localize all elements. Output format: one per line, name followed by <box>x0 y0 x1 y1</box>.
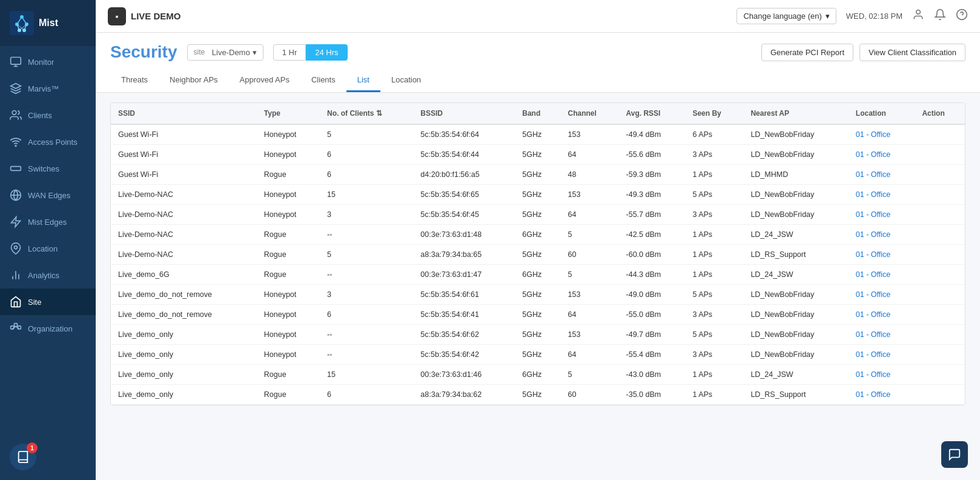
tab-list[interactable]: List <box>346 69 380 92</box>
site-value: Live-Demo <box>212 48 250 57</box>
bell-icon[interactable] <box>934 8 946 24</box>
cell-location[interactable]: 01 - Office <box>849 285 915 305</box>
cell-action <box>915 165 965 185</box>
sidebar-item-site[interactable]: Site <box>0 288 96 315</box>
sidebar-item-wan-edges[interactable]: WAN Edges <box>0 182 96 208</box>
location-link[interactable]: 01 - Office <box>856 130 890 139</box>
cell-seen-by: 1 APs <box>685 265 743 285</box>
location-link[interactable]: 01 - Office <box>856 230 890 239</box>
sidebar-item-location[interactable]: Location <box>0 235 96 262</box>
cell-location[interactable]: 01 - Office <box>849 345 915 365</box>
chat-icon <box>948 448 961 461</box>
cell-bssid: 00:3e:73:63:d1:47 <box>413 265 515 285</box>
cell-ssid: Live_demo_6G <box>111 265 257 285</box>
cell-band: 5GHz <box>515 345 560 365</box>
topbar-icons <box>912 8 968 24</box>
cell-location[interactable]: 01 - Office <box>849 225 915 245</box>
location-link[interactable]: 01 - Office <box>856 270 890 279</box>
cell-seen-by: 3 APs <box>685 345 743 365</box>
time-btn-1hr[interactable]: 1 Hr <box>273 44 306 61</box>
cell-channel: 153 <box>561 124 619 145</box>
col-bssid: BSSID <box>413 103 515 124</box>
cell-location[interactable]: 01 - Office <box>849 265 915 285</box>
cell-location[interactable]: 01 - Office <box>849 305 915 325</box>
cell-seen-by: 5 APs <box>685 285 743 305</box>
generate-pci-report-button[interactable]: Generate PCI Report <box>761 44 853 61</box>
cell-location[interactable]: 01 - Office <box>849 365 915 385</box>
cell-type: Honeypot <box>257 285 320 305</box>
cell-nearest-ap: LD_NewBobFriday <box>743 145 848 165</box>
location-icon <box>10 242 22 255</box>
time-btn-24hr[interactable]: 24 Hrs <box>306 44 347 61</box>
chat-button[interactable] <box>941 441 968 468</box>
page-title: Security <box>110 42 177 62</box>
cell-clients: 15 <box>320 365 413 385</box>
cell-channel: 153 <box>561 285 619 305</box>
cell-location[interactable]: 01 - Office <box>849 325 915 345</box>
help-book-button[interactable]: 1 <box>10 444 36 470</box>
cell-ssid: Live-Demo-NAC <box>111 205 257 225</box>
cell-channel: 64 <box>561 345 619 365</box>
col-action: Action <box>915 103 965 124</box>
cell-action <box>915 365 965 385</box>
cell-action <box>915 245 965 265</box>
sidebar-label-monitor: Monitor <box>28 58 54 67</box>
cell-nearest-ap: LD_NewBobFriday <box>743 205 848 225</box>
cell-band: 5GHz <box>515 145 560 165</box>
sidebar-item-marvis[interactable]: Marvis™ <box>0 75 96 102</box>
cell-action <box>915 225 965 245</box>
sidebar-item-organization[interactable]: Organization <box>0 315 96 342</box>
location-link[interactable]: 01 - Office <box>856 290 890 299</box>
site-label: site <box>194 48 205 56</box>
cell-location[interactable]: 01 - Office <box>849 245 915 265</box>
cell-type: Rogue <box>257 385 320 405</box>
cell-location[interactable]: 01 - Office <box>849 385 915 405</box>
threats-table-container: SSID Type No. of Clients ⇅ BSSID Band Ch… <box>110 102 965 405</box>
location-link[interactable]: 01 - Office <box>856 350 890 359</box>
location-link[interactable]: 01 - Office <box>856 170 890 179</box>
cell-type: Honeypot <box>257 124 320 145</box>
col-clients[interactable]: No. of Clients ⇅ <box>320 103 413 124</box>
location-link[interactable]: 01 - Office <box>856 190 890 199</box>
tab-approved-aps[interactable]: Approved APs <box>229 69 300 92</box>
cell-location[interactable]: 01 - Office <box>849 205 915 225</box>
location-link[interactable]: 01 - Office <box>856 310 890 319</box>
sidebar-item-switches[interactable]: Switches <box>0 155 96 182</box>
cell-location[interactable]: 01 - Office <box>849 145 915 165</box>
location-link[interactable]: 01 - Office <box>856 150 890 159</box>
tab-location[interactable]: Location <box>380 69 432 92</box>
sidebar-item-analytics[interactable]: Analytics <box>0 262 96 288</box>
sidebar-label-org: Organization <box>28 324 73 333</box>
cell-nearest-ap: LD_NewBobFriday <box>743 185 848 205</box>
cell-location[interactable]: 01 - Office <box>849 124 915 145</box>
cell-location[interactable]: 01 - Office <box>849 165 915 185</box>
cell-location[interactable]: 01 - Office <box>849 185 915 205</box>
site-filter-dropdown[interactable]: site Live-Demo ▾ <box>187 44 263 61</box>
location-link[interactable]: 01 - Office <box>856 390 890 399</box>
col-ssid: SSID <box>111 103 257 124</box>
sidebar-item-access-points[interactable]: Access Points <box>0 128 96 155</box>
cell-clients: 3 <box>320 205 413 225</box>
sidebar-item-clients[interactable]: Clients <box>0 102 96 128</box>
help-icon[interactable] <box>956 8 968 24</box>
cell-type: Honeypot <box>257 325 320 345</box>
location-link[interactable]: 01 - Office <box>856 330 890 339</box>
cell-clients: 5 <box>320 124 413 145</box>
tab-neighbor-aps[interactable]: Neighbor APs <box>159 69 229 92</box>
sidebar-item-mist-edges[interactable]: Mist Edges <box>0 208 96 235</box>
user-icon[interactable] <box>912 8 924 24</box>
language-selector[interactable]: Change language (en) ▾ <box>737 8 836 24</box>
sidebar-label-wan: WAN Edges <box>28 191 70 200</box>
view-client-classification-button[interactable]: View Client Classification <box>859 44 965 61</box>
sidebar-logo[interactable]: Mist <box>0 0 96 46</box>
tab-threats[interactable]: Threats <box>110 69 159 92</box>
location-link[interactable]: 01 - Office <box>856 370 890 379</box>
location-link[interactable]: 01 - Office <box>856 250 890 259</box>
cell-action <box>915 145 965 165</box>
tab-clients[interactable]: Clients <box>300 69 346 92</box>
cell-avg-rssi: -49.4 dBm <box>619 124 686 145</box>
cell-action <box>915 385 965 405</box>
sidebar-item-monitor[interactable]: Monitor <box>0 48 96 75</box>
cell-avg-rssi: -55.4 dBm <box>619 345 686 365</box>
location-link[interactable]: 01 - Office <box>856 210 890 219</box>
